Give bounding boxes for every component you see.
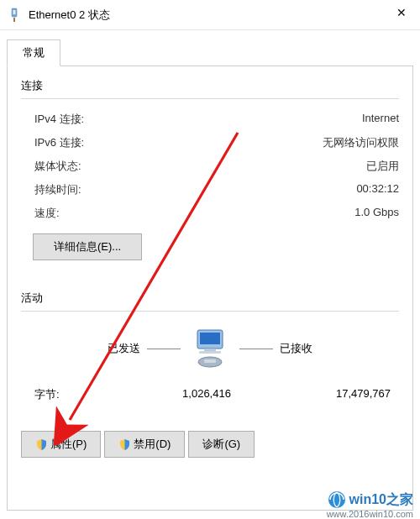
watermark-text-rest: 之家 <box>386 492 413 506</box>
activity-section-title: 活动 <box>21 291 399 306</box>
properties-button[interactable]: 属性(P) <box>21 431 101 458</box>
svg-rect-6 <box>199 351 221 354</box>
bytes-row: 字节: 1,026,416 17,479,767 <box>21 382 399 407</box>
watermark: win10之家 www.2016win10.com <box>327 490 413 519</box>
ipv6-label: IPv6 连接: <box>34 135 84 150</box>
properties-label: 属性(P) <box>50 437 87 452</box>
speed-value: 1.0 Gbps <box>354 206 399 221</box>
row-speed: 速度: 1.0 Gbps <box>21 202 399 225</box>
row-ipv6: IPv6 连接: 无网络访问权限 <box>21 131 399 155</box>
svg-rect-2 <box>13 18 15 22</box>
row-duration: 持续时间: 00:32:12 <box>21 178 399 202</box>
media-value: 已启用 <box>366 159 399 174</box>
titlebar: Ethernet0 2 状态 ✕ <box>0 0 420 30</box>
duration-value: 00:32:12 <box>356 182 399 197</box>
ipv4-value: Internet <box>362 112 399 127</box>
activity-section: 活动 已发送 已接收 字节: 1,026,416 17,479,767 <box>21 291 399 458</box>
bottom-buttons: 属性(P) 禁用(D) 诊断(G) <box>21 431 399 458</box>
tab-general[interactable]: 常规 <box>7 39 60 66</box>
network-adapter-icon <box>7 8 22 23</box>
details-button[interactable]: 详细信息(E)... <box>33 233 142 260</box>
computer-network-icon <box>187 328 233 369</box>
speed-label: 速度: <box>34 206 60 221</box>
received-label: 已接收 <box>280 341 312 356</box>
dash-right <box>239 349 273 349</box>
bytes-received-value: 17,479,767 <box>261 387 399 402</box>
sent-label: 已发送 <box>108 341 140 356</box>
shield-icon <box>35 438 48 451</box>
watermark-globe-icon <box>328 490 346 509</box>
svg-rect-8 <box>204 359 216 363</box>
tab-body: 连接 IPv4 连接: Internet IPv6 连接: 无网络访问权限 媒体… <box>7 66 413 511</box>
ipv4-label: IPv4 连接: <box>34 112 84 127</box>
disable-button[interactable]: 禁用(D) <box>104 431 185 458</box>
svg-rect-5 <box>204 349 216 351</box>
dash-left <box>147 349 181 349</box>
bytes-label: 字节: <box>34 387 152 402</box>
shield-icon <box>118 438 131 451</box>
svg-rect-1 <box>13 10 16 14</box>
bytes-sent-value: 1,026,416 <box>152 387 261 402</box>
close-button[interactable]: ✕ <box>383 0 420 25</box>
duration-label: 持续时间: <box>34 182 81 197</box>
diagnose-button[interactable]: 诊断(G) <box>188 431 255 458</box>
divider <box>21 98 399 99</box>
disable-label: 禁用(D) <box>134 437 171 452</box>
diagnose-label: 诊断(G) <box>202 437 240 452</box>
ipv6-value: 无网络访问权限 <box>323 135 399 150</box>
svg-rect-4 <box>200 333 220 344</box>
watermark-text-bold: win10 <box>349 492 386 506</box>
tabstrip: 常规 <box>0 30 420 66</box>
watermark-url: www.2016win10.com <box>327 509 413 519</box>
row-media: 媒体状态: 已启用 <box>21 155 399 178</box>
connection-section-title: 连接 <box>21 78 399 93</box>
activity-graphic: 已发送 已接收 <box>21 328 399 369</box>
svg-point-10 <box>328 491 345 508</box>
row-ipv4: IPv4 连接: Internet <box>21 107 399 131</box>
window-title: Ethernet0 2 状态 <box>29 8 413 23</box>
divider <box>21 311 399 312</box>
media-label: 媒体状态: <box>34 159 81 174</box>
